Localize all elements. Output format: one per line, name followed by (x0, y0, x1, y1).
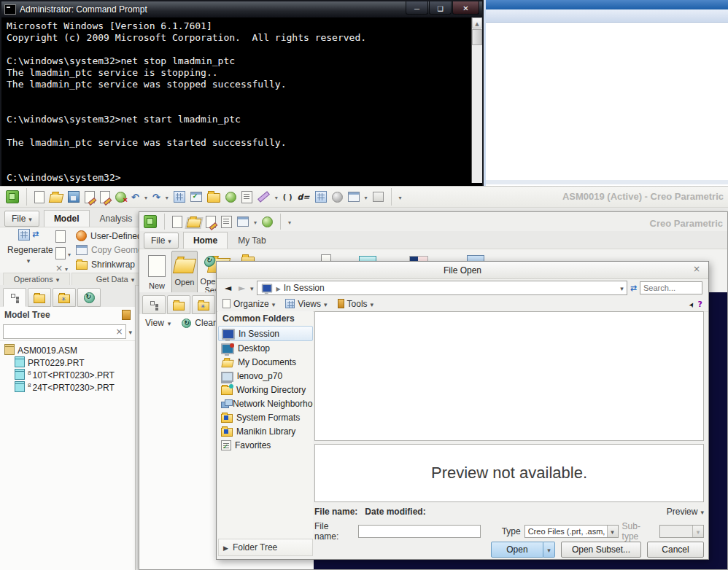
sidebar-item-my-documents[interactable]: My Documents (218, 355, 313, 369)
notebook-icon[interactable] (241, 191, 252, 203)
tab-model[interactable]: Model (44, 210, 90, 227)
delete-icon[interactable] (115, 192, 126, 203)
play-icon[interactable] (225, 192, 236, 203)
file-list-area[interactable] (314, 311, 704, 441)
filter-dropdown-icon[interactable] (128, 327, 132, 336)
sidebar-item-working-directory[interactable]: Working Directory (218, 383, 313, 397)
type-dropdown-icon[interactable] (607, 526, 618, 537)
notebook-icon[interactable] (221, 216, 232, 228)
sidebar-item-favorites[interactable]: Favorites (218, 438, 313, 452)
file-menu-button[interactable]: File (4, 211, 39, 227)
customize-toolbar-icon[interactable] (288, 217, 291, 226)
folder-tree-expander[interactable]: Folder Tree (218, 539, 313, 556)
history-dropdown-icon[interactable] (250, 284, 254, 292)
creo-logo-icon[interactable] (144, 215, 157, 228)
file-name-input[interactable] (358, 525, 481, 538)
delete-dropdown-icon[interactable] (65, 264, 68, 273)
regenerate-list-icon[interactable] (174, 191, 185, 203)
model-export-icon[interactable] (85, 191, 95, 203)
pause-icon[interactable] (332, 192, 343, 203)
tree-filter-input[interactable] (3, 324, 126, 339)
dialog-titlebar[interactable]: File Open (217, 262, 708, 279)
sidebar-item-manikin-library[interactable]: Manikin Library (218, 424, 313, 438)
context-help-button[interactable] (689, 300, 702, 308)
address-dropdown-icon[interactable] (620, 284, 624, 292)
erase-icon[interactable] (206, 216, 216, 228)
background-window-titlebar[interactable] (486, 0, 728, 9)
windows-icon[interactable] (348, 192, 360, 202)
relations-icon[interactable] (283, 192, 293, 201)
open-file-icon[interactable] (49, 194, 64, 203)
maximize-button[interactable] (429, 1, 452, 15)
close-button[interactable] (452, 1, 479, 15)
scroll-up-button[interactable] (472, 17, 482, 28)
favorites-tab[interactable] (53, 288, 76, 307)
working-folder-icon[interactable] (207, 193, 220, 203)
model-tree-tab[interactable] (3, 288, 26, 307)
play-icon[interactable] (262, 216, 273, 227)
windows-dropdown-icon[interactable] (254, 217, 257, 226)
view-dropdown-icon[interactable] (168, 319, 171, 327)
forward-button[interactable]: ► (236, 283, 247, 293)
clear-button[interactable]: Clear (195, 318, 216, 328)
folder-browser-tab[interactable] (167, 295, 190, 314)
tree-settings-icon[interactable] (122, 310, 131, 320)
views-menu[interactable]: Views (285, 299, 327, 309)
favorites-tab[interactable] (192, 295, 215, 314)
dialog-close-button[interactable] (691, 265, 702, 275)
open-dropdown-button[interactable] (543, 542, 555, 558)
organize-menu[interactable]: Organize (222, 299, 275, 309)
minimize-button[interactable] (406, 1, 428, 15)
preview-toggle[interactable]: Preview (667, 507, 704, 517)
redo-dropdown-icon[interactable] (166, 192, 169, 201)
tree-item[interactable]: ASM0019.ASM (4, 344, 133, 356)
model-display-icon[interactable] (373, 192, 384, 202)
tree-item[interactable]: 8 24T<PRT0230>.PRT (4, 381, 133, 394)
calculator-icon[interactable] (315, 191, 327, 203)
windows-icon[interactable] (237, 216, 249, 227)
tree-item[interactable]: PRT0229.PRT (4, 356, 133, 369)
sidebar-item-in-session[interactable]: In Session (218, 326, 313, 341)
paste-icon[interactable] (55, 247, 66, 259)
parameters-icon[interactable] (297, 192, 309, 201)
customize-toolbar-icon[interactable] (399, 192, 402, 201)
measure-icon[interactable] (257, 191, 270, 203)
address-field[interactable]: In Session (257, 281, 627, 295)
view-dropdown[interactable]: View (145, 318, 164, 328)
scrollbar-thumb[interactable] (472, 29, 482, 45)
sidebar-item-system-formats[interactable]: System Formats (218, 410, 313, 424)
folder-browser-tab[interactable] (28, 288, 51, 307)
paste-dropdown-icon[interactable] (68, 249, 71, 258)
creo-logo-icon[interactable] (6, 190, 19, 203)
sidebar-item-computer[interactable]: lenovo_p70 (218, 369, 313, 383)
tools-menu[interactable]: Tools (338, 299, 374, 309)
redo-icon[interactable] (152, 192, 160, 202)
search-input[interactable] (640, 281, 702, 294)
new-file-icon[interactable] (172, 216, 182, 228)
new-file-icon[interactable] (34, 191, 44, 203)
command-prompt-titlebar[interactable]: Administrator: Command Prompt (1, 1, 482, 17)
copy-icon[interactable] (55, 230, 66, 243)
windows-dropdown-icon[interactable] (365, 192, 368, 201)
clear-filter-icon[interactable] (115, 327, 123, 336)
type-select[interactable]: Creo Files (.prt, .asm, (524, 525, 619, 538)
back-button[interactable]: ◄ (222, 283, 233, 293)
file-menu-button[interactable]: File (144, 233, 179, 249)
undo-dropdown-icon[interactable] (144, 192, 147, 201)
sidebar-item-desktop[interactable]: Desktop (218, 341, 313, 355)
delete-feature-icon[interactable] (55, 264, 63, 273)
tab-my-tab[interactable]: My Tab (228, 232, 276, 249)
open-subset-button[interactable]: Open Subset... (561, 542, 641, 558)
erase-icon[interactable] (100, 191, 110, 203)
open-button[interactable]: Open (491, 542, 543, 558)
measure-dropdown-icon[interactable] (275, 192, 278, 201)
tab-analysis[interactable]: Analysis (90, 210, 143, 227)
cancel-button[interactable]: Cancel (647, 542, 704, 558)
save-icon[interactable] (68, 191, 80, 203)
undo-icon[interactable] (131, 192, 139, 202)
history-tab[interactable] (77, 288, 101, 307)
refresh-button[interactable] (630, 283, 637, 293)
console-scrollbar[interactable] (471, 17, 482, 183)
sidebar-item-network-neighborhood[interactable]: Network Neighborhood (218, 397, 313, 410)
regenerate-button[interactable]: Regenerate (7, 229, 50, 265)
